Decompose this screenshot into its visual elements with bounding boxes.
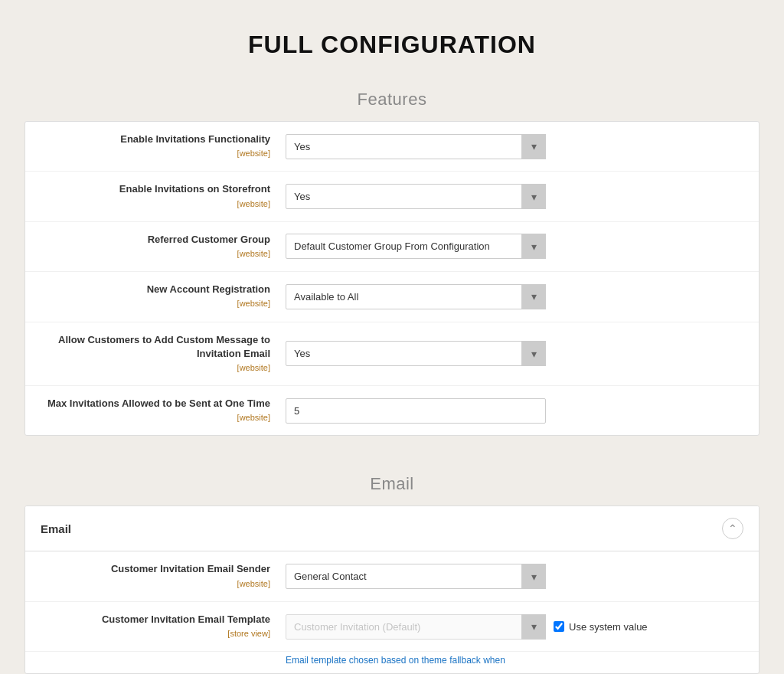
new-account-registration-label: New Account Registration [website] (41, 283, 286, 310)
max-invitations-label: Max Invitations Allowed to be Sent at On… (41, 397, 286, 424)
enable-invitations-functionality-select-wrapper: Yes No (286, 134, 546, 159)
new-account-registration-select[interactable]: Available to All By Invitation Only (286, 284, 546, 309)
enable-invitations-storefront-control: Yes No (286, 184, 743, 209)
allow-custom-message-label: Allow Customers to Add Custom Message to… (41, 333, 286, 375)
customer-invitation-email-template-label: Customer Invitation Email Template [stor… (41, 613, 286, 640)
page-title: FULL CONFIGURATION (0, 0, 784, 74)
enable-invitations-storefront-row: Enable Invitations on Storefront [websit… (25, 172, 759, 221)
customer-invitation-email-template-select[interactable]: Customer Invitation (Default) (286, 614, 546, 640)
max-invitations-control (286, 398, 743, 424)
referred-customer-group-select-wrapper: Default Customer Group From Configuratio… (286, 234, 546, 259)
referred-customer-group-label: Referred Customer Group [website] (41, 233, 286, 260)
customer-invitation-email-sender-control: General Contact Sales Representative Cus… (286, 564, 743, 589)
customer-invitation-email-sender-select-wrapper: General Contact Sales Representative Cus… (286, 564, 546, 589)
email-collapse-button[interactable]: ⌃ (722, 518, 743, 539)
enable-invitations-storefront-select-wrapper: Yes No (286, 184, 546, 209)
new-account-registration-select-wrapper: Available to All By Invitation Only (286, 284, 546, 309)
enable-invitations-functionality-control: Yes No (286, 134, 743, 159)
allow-custom-message-control: Yes No (286, 341, 743, 366)
email-panel: Email ⌃ Customer Invitation Email Sender… (24, 506, 760, 674)
enable-invitations-functionality-label: Enable Invitations Functionality [websit… (41, 133, 286, 160)
allow-custom-message-row: Allow Customers to Add Custom Message to… (25, 322, 759, 387)
customer-invitation-email-template-select-wrapper: Customer Invitation (Default) (286, 614, 546, 640)
new-account-registration-control: Available to All By Invitation Only (286, 284, 743, 309)
email-template-note: Email template chosen based on theme fal… (25, 652, 759, 673)
customer-invitation-email-template-control: Customer Invitation (Default) Use system… (286, 614, 743, 640)
allow-custom-message-select[interactable]: Yes No (286, 341, 546, 366)
enable-invitations-functionality-select[interactable]: Yes No (286, 134, 546, 159)
referred-customer-group-row: Referred Customer Group [website] Defaul… (25, 222, 759, 272)
new-account-registration-row: New Account Registration [website] Avail… (25, 272, 759, 322)
features-section-title: Features (24, 74, 760, 121)
referred-customer-group-select[interactable]: Default Customer Group From Configuratio… (286, 234, 546, 259)
max-invitations-input[interactable] (286, 398, 546, 424)
enable-invitations-storefront-label: Enable Invitations on Storefront [websit… (41, 182, 286, 210)
max-invitations-row: Max Invitations Allowed to be Sent at On… (25, 386, 759, 435)
customer-invitation-email-sender-select[interactable]: General Contact Sales Representative Cus… (286, 564, 546, 589)
use-system-value-checkbox[interactable] (554, 621, 564, 632)
email-subsection-title: Email (41, 522, 71, 535)
email-subsection-header: Email ⌃ (25, 506, 759, 551)
customer-invitation-email-sender-row: Customer Invitation Email Sender [websit… (25, 551, 759, 601)
customer-invitation-email-template-row: Customer Invitation Email Template [stor… (25, 602, 759, 652)
email-section-title: Email (24, 459, 760, 506)
use-system-value-label[interactable]: Use system value (554, 621, 648, 633)
referred-customer-group-control: Default Customer Group From Configuratio… (286, 234, 743, 259)
enable-invitations-functionality-row: Enable Invitations Functionality [websit… (25, 122, 759, 172)
allow-custom-message-select-wrapper: Yes No (286, 341, 546, 366)
customer-invitation-email-sender-label: Customer Invitation Email Sender [websit… (41, 562, 286, 590)
enable-invitations-storefront-select[interactable]: Yes No (286, 184, 546, 209)
features-panel: Enable Invitations Functionality [websit… (24, 121, 760, 436)
